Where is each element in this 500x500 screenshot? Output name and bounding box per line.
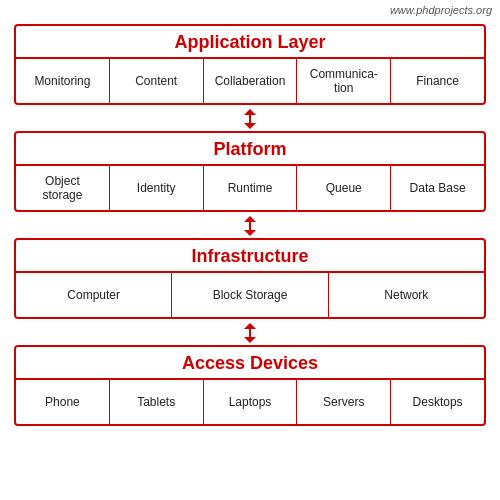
platform-item-queue: Queue <box>297 166 391 210</box>
svg-marker-4 <box>244 230 256 236</box>
watermark: www.phdprojects.org <box>390 4 492 16</box>
infra-item-block-storage: Block Storage <box>172 273 328 317</box>
platform-layer: Platform Objectstorage Identity Runtime … <box>14 131 486 212</box>
access-devices-layer-title: Access Devices <box>16 347 484 380</box>
arrow-app-to-platform <box>14 109 486 131</box>
access-item-phone: Phone <box>16 380 110 424</box>
access-item-servers: Servers <box>297 380 391 424</box>
access-devices-layer-items: Phone Tablets Laptops Servers Desktops <box>16 380 484 424</box>
application-layer-title: Application Layer <box>16 26 484 59</box>
svg-marker-2 <box>244 109 256 115</box>
svg-marker-8 <box>244 323 256 329</box>
platform-item-object-storage: Objectstorage <box>16 166 110 210</box>
arrow-infra-to-access <box>14 323 486 345</box>
infrastructure-layer-title: Infrastructure <box>16 240 484 273</box>
platform-layer-items: Objectstorage Identity Runtime Queue Dat… <box>16 166 484 210</box>
access-item-tablets: Tablets <box>110 380 204 424</box>
infrastructure-layer-items: Computer Block Storage Network <box>16 273 484 317</box>
svg-marker-1 <box>244 123 256 129</box>
svg-marker-7 <box>244 337 256 343</box>
platform-item-identity: Identity <box>110 166 204 210</box>
application-layer: Application Layer Monitoring Content Col… <box>14 24 486 105</box>
diagram: Application Layer Monitoring Content Col… <box>0 0 500 440</box>
access-item-laptops: Laptops <box>204 380 298 424</box>
app-item-collaboration: Collaberation <box>204 59 298 103</box>
platform-item-runtime: Runtime <box>204 166 298 210</box>
platform-item-database: Data Base <box>391 166 484 210</box>
arrow-platform-to-infra <box>14 216 486 238</box>
platform-layer-title: Platform <box>16 133 484 166</box>
infra-item-computer: Computer <box>16 273 172 317</box>
infrastructure-layer: Infrastructure Computer Block Storage Ne… <box>14 238 486 319</box>
app-item-communication: Communica-tion <box>297 59 391 103</box>
app-item-content: Content <box>110 59 204 103</box>
svg-marker-5 <box>244 216 256 222</box>
app-item-monitoring: Monitoring <box>16 59 110 103</box>
access-devices-layer: Access Devices Phone Tablets Laptops Ser… <box>14 345 486 426</box>
app-item-finance: Finance <box>391 59 484 103</box>
infra-item-network: Network <box>329 273 484 317</box>
access-item-desktops: Desktops <box>391 380 484 424</box>
application-layer-items: Monitoring Content Collaberation Communi… <box>16 59 484 103</box>
